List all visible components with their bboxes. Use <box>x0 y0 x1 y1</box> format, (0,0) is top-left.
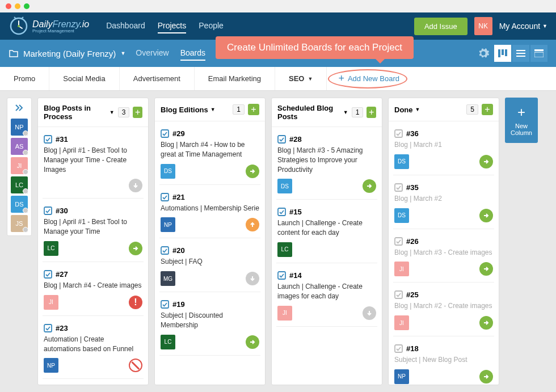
nav-dashboard[interactable]: Dashboard <box>106 19 145 33</box>
board-card[interactable]: #15 Launch | Challenge - Create content … <box>276 204 377 263</box>
board-tab-ads[interactable]: Advertisement <box>120 67 195 90</box>
svg-rect-16 <box>161 247 169 254</box>
assignee-avatar[interactable]: JI <box>394 262 409 276</box>
chevron-down-icon[interactable]: ▼ <box>120 50 125 56</box>
user-avatar[interactable]: NK <box>474 17 492 35</box>
minimize-dot[interactable] <box>15 3 20 9</box>
nav-projects[interactable]: Projects <box>158 19 187 33</box>
sidebar-avatar[interactable]: LC <box>11 176 28 193</box>
board-card[interactable]: #36 Blog | March #1 DS <box>393 126 494 175</box>
board-card[interactable]: #25 Blog | March #2 - Create images JI <box>393 287 494 336</box>
arrow-right-icon[interactable] <box>479 262 493 276</box>
board-card[interactable]: #20 Subject | FAQ MG <box>159 243 260 292</box>
assignee-avatar[interactable]: NP <box>394 369 409 384</box>
arrow-right-icon[interactable] <box>246 335 259 349</box>
board-card[interactable]: #23 Automation | Create automations base… <box>43 321 144 380</box>
column-body: #36 Blog | March #1 DS #35 Blog | March … <box>389 121 499 385</box>
check-icon <box>161 129 169 138</box>
column-title[interactable]: Done ▼ <box>394 106 420 114</box>
sidebar-avatar[interactable]: DS <box>11 196 28 213</box>
board-card[interactable]: #28 Blog | March #3 - 5 Amazing Strategi… <box>276 132 377 200</box>
board-card[interactable]: #19 Subject | Discounted Membership LC <box>159 297 260 356</box>
new-column-button[interactable]: + New Column <box>505 98 538 143</box>
assignee-avatar[interactable]: DS <box>394 208 409 223</box>
sidebar-avatar[interactable]: NP <box>11 119 28 136</box>
card-title: Blog | March #1 <box>394 140 493 150</box>
assignee-avatar[interactable]: NP <box>161 217 175 232</box>
column-title[interactable]: Scheduled Blog Posts ▼ <box>277 104 348 121</box>
arrow-right-icon[interactable] <box>129 242 142 255</box>
arrow-right-icon[interactable] <box>363 179 376 193</box>
arrow-right-icon[interactable] <box>246 165 259 178</box>
project-name[interactable]: Marketing (Daily Frenzy) <box>23 49 116 58</box>
board-tab-seo[interactable]: SEO ▼ <box>275 67 327 90</box>
add-card-button[interactable]: + <box>482 104 493 115</box>
sidebar-avatar[interactable]: AS <box>11 138 28 155</box>
arrow-right-icon[interactable] <box>479 209 493 222</box>
board-card[interactable]: #21 Automations | Membership Serie NP <box>159 189 260 239</box>
add-card-button[interactable]: + <box>133 107 142 118</box>
view-board-button[interactable] <box>494 45 511 62</box>
card-id: #30 <box>44 206 142 215</box>
assignee-avatar[interactable]: MG <box>161 271 175 286</box>
block-icon[interactable] <box>129 359 142 372</box>
assignee-avatar[interactable]: LC <box>161 335 175 349</box>
assignee-avatar[interactable]: JI <box>394 315 409 330</box>
close-dot[interactable] <box>6 3 11 9</box>
tab-boards[interactable]: Boards <box>180 46 205 61</box>
logo[interactable]: DailyFrenzy.io Project Management <box>9 16 89 36</box>
gear-icon[interactable] <box>477 47 490 60</box>
assignee-avatar[interactable]: DS <box>161 164 175 179</box>
assignee-avatar[interactable]: DS <box>277 179 292 193</box>
card-title: Blog | March #2 <box>394 194 493 204</box>
board-card[interactable]: #35 Blog | March #2 DS <box>393 180 494 229</box>
arrow-down-icon[interactable] <box>129 179 142 192</box>
add-new-board-button[interactable]: + Add New Board <box>327 67 411 90</box>
plus-icon: + <box>517 104 525 120</box>
arrow-down-icon[interactable] <box>246 272 259 285</box>
tab-overview[interactable]: Overview <box>136 46 169 61</box>
board-tab-email[interactable]: Email Marketing <box>195 67 275 90</box>
arrow-down-icon[interactable] <box>363 306 376 320</box>
card-footer: DS <box>394 154 493 169</box>
board-card[interactable]: #14 Launch | Challenge - Create images f… <box>276 268 377 327</box>
add-issue-button[interactable]: Add Issue <box>414 18 467 35</box>
sidebar-avatar[interactable]: JS <box>11 215 28 232</box>
assignee-avatar[interactable]: JI <box>277 306 292 321</box>
view-calendar-button[interactable] <box>530 45 547 62</box>
alert-icon[interactable]: ! <box>129 296 142 309</box>
add-card-button[interactable]: + <box>367 107 376 118</box>
assignee-avatar[interactable]: LC <box>44 241 58 256</box>
assignee-avatar[interactable]: JI <box>44 295 58 310</box>
assignee-avatar[interactable]: LC <box>277 242 292 257</box>
check-icon <box>161 300 169 309</box>
board-card[interactable]: #29 Blog | March #4 - How to be great at… <box>159 126 260 185</box>
arrow-right-icon[interactable] <box>479 316 493 330</box>
expand-sidebar-button[interactable] <box>12 102 26 116</box>
sidebar-avatar[interactable]: JI <box>11 157 28 174</box>
board-card[interactable]: #26 Blog | March #3 - Create images JI <box>393 234 494 283</box>
board-card[interactable]: #30 Blog | April #1 - Best Tool to Manag… <box>43 203 144 262</box>
my-account-menu[interactable]: My Account ▼ <box>499 22 547 31</box>
card-title: Blog | March #4 - Create images <box>44 281 142 290</box>
column-title[interactable]: Blog Editions ▼ <box>161 106 216 114</box>
assignee-avatar[interactable]: DS <box>394 154 409 169</box>
board-tab-social[interactable]: Social Media <box>49 67 119 90</box>
card-id: #18 <box>394 344 493 353</box>
arrow-up-icon[interactable] <box>246 218 259 231</box>
column-title[interactable]: Blog Posts in Process ▼ <box>44 104 115 121</box>
add-card-button[interactable]: + <box>248 104 259 115</box>
arrow-right-icon[interactable] <box>479 370 493 383</box>
board-card[interactable]: #18 Subject | New Blog Post NP <box>393 341 494 385</box>
card-id: #27 <box>44 270 142 279</box>
board-card[interactable]: #27 Blog | March #4 - Create images JI! <box>43 267 144 316</box>
nav-people[interactable]: People <box>199 19 224 33</box>
board-card[interactable]: #31 Blog | April #1 - Best Tool to Manag… <box>43 132 144 199</box>
maximize-dot[interactable] <box>24 3 30 9</box>
board-tab-promo[interactable]: Promo <box>0 67 49 90</box>
card-id: #36 <box>394 129 493 138</box>
arrow-right-icon[interactable] <box>479 155 493 168</box>
chevron-down-icon: ▼ <box>343 109 348 115</box>
assignee-avatar[interactable]: NP <box>44 358 58 373</box>
view-list-button[interactable] <box>512 45 529 62</box>
